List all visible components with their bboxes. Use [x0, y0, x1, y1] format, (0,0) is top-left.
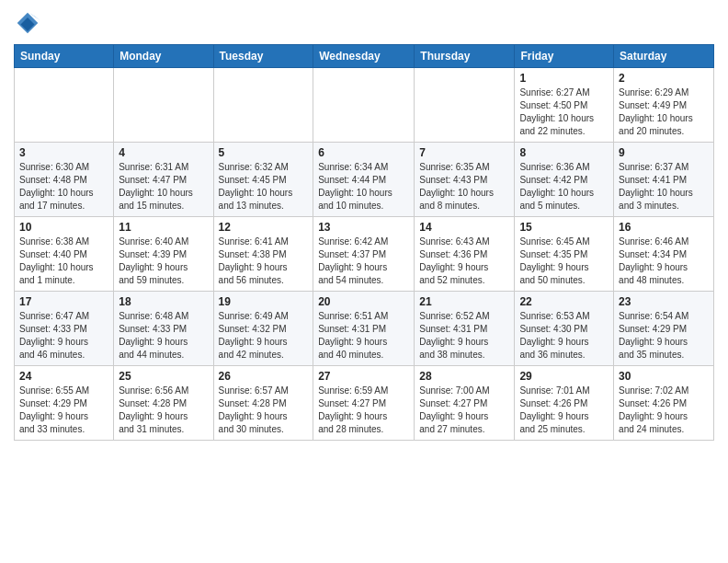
calendar-cell — [15, 68, 114, 143]
calendar-cell: 16Sunrise: 6:46 AM Sunset: 4:34 PM Dayli… — [614, 217, 714, 292]
weekday-header-wednesday: Wednesday — [313, 45, 415, 68]
day-info: Sunrise: 6:48 AM Sunset: 4:33 PM Dayligh… — [119, 310, 208, 362]
calendar-cell: 19Sunrise: 6:49 AM Sunset: 4:32 PM Dayli… — [213, 292, 313, 366]
calendar-cell: 15Sunrise: 6:45 AM Sunset: 4:35 PM Dayli… — [515, 217, 614, 292]
calendar-cell: 6Sunrise: 6:34 AM Sunset: 4:44 PM Daylig… — [313, 143, 415, 217]
day-info: Sunrise: 6:59 AM Sunset: 4:27 PM Dayligh… — [318, 385, 409, 436]
calendar-cell: 14Sunrise: 6:43 AM Sunset: 4:36 PM Dayli… — [415, 217, 515, 292]
day-info: Sunrise: 6:35 AM Sunset: 4:43 PM Dayligh… — [419, 161, 509, 213]
day-info: Sunrise: 6:49 AM Sunset: 4:32 PM Dayligh… — [219, 310, 309, 362]
calendar-cell: 5Sunrise: 6:32 AM Sunset: 4:45 PM Daylig… — [213, 143, 313, 217]
day-info: Sunrise: 6:30 AM Sunset: 4:48 PM Dayligh… — [19, 161, 108, 213]
calendar-cell: 13Sunrise: 6:42 AM Sunset: 4:37 PM Dayli… — [313, 217, 415, 292]
day-number: 28 — [419, 370, 509, 383]
day-info: Sunrise: 6:56 AM Sunset: 4:28 PM Dayligh… — [119, 385, 208, 436]
day-number: 22 — [519, 295, 609, 308]
day-info: Sunrise: 6:31 AM Sunset: 4:47 PM Dayligh… — [119, 161, 208, 213]
calendar-cell: 29Sunrise: 7:01 AM Sunset: 4:26 PM Dayli… — [515, 366, 614, 441]
page: SundayMondayTuesdayWednesdayThursdayFrid… — [0, 0, 728, 454]
day-number: 26 — [219, 370, 309, 383]
day-info: Sunrise: 7:02 AM Sunset: 4:26 PM Dayligh… — [619, 385, 709, 436]
calendar-cell: 27Sunrise: 6:59 AM Sunset: 4:27 PM Dayli… — [313, 366, 415, 441]
calendar-cell: 28Sunrise: 7:00 AM Sunset: 4:27 PM Dayli… — [415, 366, 515, 441]
day-info: Sunrise: 6:37 AM Sunset: 4:41 PM Dayligh… — [619, 161, 709, 213]
day-number: 6 — [318, 146, 409, 159]
day-number: 4 — [119, 146, 208, 159]
logo-icon — [14, 9, 41, 37]
calendar-cell: 8Sunrise: 6:36 AM Sunset: 4:42 PM Daylig… — [515, 143, 614, 217]
day-info: Sunrise: 6:54 AM Sunset: 4:29 PM Dayligh… — [619, 310, 709, 362]
day-number: 19 — [219, 295, 309, 308]
calendar-table: SundayMondayTuesdayWednesdayThursdayFrid… — [14, 44, 714, 441]
calendar-week-row: 3Sunrise: 6:30 AM Sunset: 4:48 PM Daylig… — [15, 143, 714, 217]
day-number: 21 — [419, 295, 509, 308]
day-number: 13 — [318, 221, 409, 234]
day-number: 20 — [318, 295, 409, 308]
calendar-cell: 1Sunrise: 6:27 AM Sunset: 4:50 PM Daylig… — [515, 68, 614, 143]
day-info: Sunrise: 7:01 AM Sunset: 4:26 PM Dayligh… — [519, 385, 609, 436]
calendar-cell: 21Sunrise: 6:52 AM Sunset: 4:31 PM Dayli… — [415, 292, 515, 366]
day-number: 14 — [419, 221, 509, 234]
weekday-header-row: SundayMondayTuesdayWednesdayThursdayFrid… — [15, 45, 714, 68]
day-number: 27 — [318, 370, 409, 383]
calendar-cell: 17Sunrise: 6:47 AM Sunset: 4:33 PM Dayli… — [15, 292, 114, 366]
calendar-cell: 22Sunrise: 6:53 AM Sunset: 4:30 PM Dayli… — [515, 292, 614, 366]
day-number: 8 — [519, 146, 609, 159]
calendar-cell: 10Sunrise: 6:38 AM Sunset: 4:40 PM Dayli… — [15, 217, 114, 292]
calendar-cell: 7Sunrise: 6:35 AM Sunset: 4:43 PM Daylig… — [415, 143, 515, 217]
calendar-cell: 20Sunrise: 6:51 AM Sunset: 4:31 PM Dayli… — [313, 292, 415, 366]
day-number: 18 — [119, 295, 208, 308]
calendar-cell — [213, 68, 313, 143]
day-info: Sunrise: 6:40 AM Sunset: 4:39 PM Dayligh… — [119, 236, 208, 287]
calendar-cell: 2Sunrise: 6:29 AM Sunset: 4:49 PM Daylig… — [614, 68, 714, 143]
calendar-cell: 30Sunrise: 7:02 AM Sunset: 4:26 PM Dayli… — [614, 366, 714, 441]
calendar-cell: 4Sunrise: 6:31 AM Sunset: 4:47 PM Daylig… — [114, 143, 213, 217]
weekday-header-friday: Friday — [515, 45, 614, 68]
day-number: 2 — [619, 72, 709, 85]
calendar-cell: 3Sunrise: 6:30 AM Sunset: 4:48 PM Daylig… — [15, 143, 114, 217]
weekday-header-monday: Monday — [114, 45, 213, 68]
day-number: 12 — [219, 221, 309, 234]
calendar-cell: 9Sunrise: 6:37 AM Sunset: 4:41 PM Daylig… — [614, 143, 714, 217]
day-info: Sunrise: 6:57 AM Sunset: 4:28 PM Dayligh… — [219, 385, 309, 436]
day-number: 30 — [619, 370, 709, 383]
day-info: Sunrise: 6:52 AM Sunset: 4:31 PM Dayligh… — [419, 310, 509, 362]
day-number: 25 — [119, 370, 208, 383]
calendar-cell: 25Sunrise: 6:56 AM Sunset: 4:28 PM Dayli… — [114, 366, 213, 441]
day-number: 9 — [619, 146, 709, 159]
calendar-cell: 23Sunrise: 6:54 AM Sunset: 4:29 PM Dayli… — [614, 292, 714, 366]
calendar-cell — [313, 68, 415, 143]
day-info: Sunrise: 6:29 AM Sunset: 4:49 PM Dayligh… — [619, 86, 709, 138]
day-number: 3 — [19, 146, 108, 159]
day-number: 1 — [519, 72, 609, 85]
day-info: Sunrise: 6:51 AM Sunset: 4:31 PM Dayligh… — [318, 310, 409, 362]
calendar-cell — [415, 68, 515, 143]
calendar-cell: 26Sunrise: 6:57 AM Sunset: 4:28 PM Dayli… — [213, 366, 313, 441]
day-info: Sunrise: 6:53 AM Sunset: 4:30 PM Dayligh… — [519, 310, 609, 362]
calendar-cell: 11Sunrise: 6:40 AM Sunset: 4:39 PM Dayli… — [114, 217, 213, 292]
day-info: Sunrise: 6:45 AM Sunset: 4:35 PM Dayligh… — [519, 236, 609, 287]
day-number: 15 — [519, 221, 609, 234]
calendar-week-row: 24Sunrise: 6:55 AM Sunset: 4:29 PM Dayli… — [15, 366, 714, 441]
weekday-header-thursday: Thursday — [415, 45, 515, 68]
day-info: Sunrise: 6:32 AM Sunset: 4:45 PM Dayligh… — [219, 161, 309, 213]
day-number: 10 — [19, 221, 108, 234]
day-info: Sunrise: 6:42 AM Sunset: 4:37 PM Dayligh… — [318, 236, 409, 287]
logo — [14, 9, 45, 37]
calendar-week-row: 10Sunrise: 6:38 AM Sunset: 4:40 PM Dayli… — [15, 217, 714, 292]
weekday-header-tuesday: Tuesday — [213, 45, 313, 68]
day-number: 7 — [419, 146, 509, 159]
day-number: 29 — [519, 370, 609, 383]
day-number: 5 — [219, 146, 309, 159]
day-info: Sunrise: 6:34 AM Sunset: 4:44 PM Dayligh… — [318, 161, 409, 213]
weekday-header-saturday: Saturday — [614, 45, 714, 68]
calendar-cell: 18Sunrise: 6:48 AM Sunset: 4:33 PM Dayli… — [114, 292, 213, 366]
calendar-cell — [114, 68, 213, 143]
day-info: Sunrise: 6:47 AM Sunset: 4:33 PM Dayligh… — [19, 310, 108, 362]
calendar-week-row: 1Sunrise: 6:27 AM Sunset: 4:50 PM Daylig… — [15, 68, 714, 143]
day-info: Sunrise: 7:00 AM Sunset: 4:27 PM Dayligh… — [419, 385, 509, 436]
day-number: 24 — [19, 370, 108, 383]
header — [14, 9, 714, 37]
day-info: Sunrise: 6:36 AM Sunset: 4:42 PM Dayligh… — [519, 161, 609, 213]
calendar-cell: 24Sunrise: 6:55 AM Sunset: 4:29 PM Dayli… — [15, 366, 114, 441]
